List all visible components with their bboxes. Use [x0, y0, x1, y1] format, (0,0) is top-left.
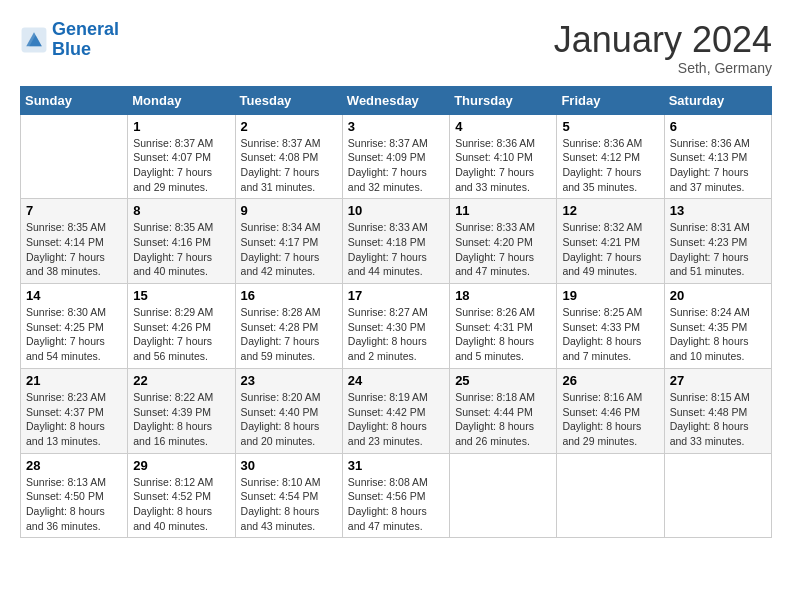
day-info: Sunrise: 8:20 AMSunset: 4:40 PMDaylight:… — [241, 390, 337, 449]
calendar-cell: 18Sunrise: 8:26 AMSunset: 4:31 PMDayligh… — [450, 284, 557, 369]
day-number: 19 — [562, 288, 658, 303]
header: General Blue January 2024 Seth, Germany — [20, 20, 772, 76]
calendar-cell — [21, 114, 128, 199]
calendar-cell: 28Sunrise: 8:13 AMSunset: 4:50 PMDayligh… — [21, 453, 128, 538]
title-block: January 2024 Seth, Germany — [554, 20, 772, 76]
week-row-0: 1Sunrise: 8:37 AMSunset: 4:07 PMDaylight… — [21, 114, 772, 199]
day-number: 5 — [562, 119, 658, 134]
day-info: Sunrise: 8:29 AMSunset: 4:26 PMDaylight:… — [133, 305, 229, 364]
calendar-cell: 13Sunrise: 8:31 AMSunset: 4:23 PMDayligh… — [664, 199, 771, 284]
calendar-cell: 11Sunrise: 8:33 AMSunset: 4:20 PMDayligh… — [450, 199, 557, 284]
day-info: Sunrise: 8:25 AMSunset: 4:33 PMDaylight:… — [562, 305, 658, 364]
day-number: 12 — [562, 203, 658, 218]
day-number: 10 — [348, 203, 444, 218]
calendar-cell: 3Sunrise: 8:37 AMSunset: 4:09 PMDaylight… — [342, 114, 449, 199]
day-number: 31 — [348, 458, 444, 473]
day-info: Sunrise: 8:31 AMSunset: 4:23 PMDaylight:… — [670, 220, 766, 279]
calendar-cell: 24Sunrise: 8:19 AMSunset: 4:42 PMDayligh… — [342, 368, 449, 453]
day-info: Sunrise: 8:13 AMSunset: 4:50 PMDaylight:… — [26, 475, 122, 534]
day-info: Sunrise: 8:37 AMSunset: 4:09 PMDaylight:… — [348, 136, 444, 195]
day-number: 16 — [241, 288, 337, 303]
calendar-table: SundayMondayTuesdayWednesdayThursdayFrid… — [20, 86, 772, 539]
day-number: 30 — [241, 458, 337, 473]
day-info: Sunrise: 8:16 AMSunset: 4:46 PMDaylight:… — [562, 390, 658, 449]
day-info: Sunrise: 8:15 AMSunset: 4:48 PMDaylight:… — [670, 390, 766, 449]
day-number: 1 — [133, 119, 229, 134]
day-info: Sunrise: 8:18 AMSunset: 4:44 PMDaylight:… — [455, 390, 551, 449]
day-info: Sunrise: 8:35 AMSunset: 4:14 PMDaylight:… — [26, 220, 122, 279]
day-number: 18 — [455, 288, 551, 303]
calendar-cell: 25Sunrise: 8:18 AMSunset: 4:44 PMDayligh… — [450, 368, 557, 453]
day-number: 24 — [348, 373, 444, 388]
day-number: 2 — [241, 119, 337, 134]
calendar-cell: 10Sunrise: 8:33 AMSunset: 4:18 PMDayligh… — [342, 199, 449, 284]
day-number: 20 — [670, 288, 766, 303]
calendar-cell: 14Sunrise: 8:30 AMSunset: 4:25 PMDayligh… — [21, 284, 128, 369]
calendar-cell: 31Sunrise: 8:08 AMSunset: 4:56 PMDayligh… — [342, 453, 449, 538]
logo-icon — [20, 26, 48, 54]
day-number: 15 — [133, 288, 229, 303]
day-number: 9 — [241, 203, 337, 218]
day-info: Sunrise: 8:36 AMSunset: 4:12 PMDaylight:… — [562, 136, 658, 195]
day-number: 29 — [133, 458, 229, 473]
calendar-cell: 21Sunrise: 8:23 AMSunset: 4:37 PMDayligh… — [21, 368, 128, 453]
calendar-cell: 23Sunrise: 8:20 AMSunset: 4:40 PMDayligh… — [235, 368, 342, 453]
day-header-friday: Friday — [557, 86, 664, 114]
day-info: Sunrise: 8:28 AMSunset: 4:28 PMDaylight:… — [241, 305, 337, 364]
day-info: Sunrise: 8:37 AMSunset: 4:08 PMDaylight:… — [241, 136, 337, 195]
calendar-cell: 7Sunrise: 8:35 AMSunset: 4:14 PMDaylight… — [21, 199, 128, 284]
day-info: Sunrise: 8:10 AMSunset: 4:54 PMDaylight:… — [241, 475, 337, 534]
day-header-thursday: Thursday — [450, 86, 557, 114]
day-number: 3 — [348, 119, 444, 134]
day-info: Sunrise: 8:23 AMSunset: 4:37 PMDaylight:… — [26, 390, 122, 449]
day-number: 17 — [348, 288, 444, 303]
day-info: Sunrise: 8:35 AMSunset: 4:16 PMDaylight:… — [133, 220, 229, 279]
calendar-cell: 29Sunrise: 8:12 AMSunset: 4:52 PMDayligh… — [128, 453, 235, 538]
day-info: Sunrise: 8:24 AMSunset: 4:35 PMDaylight:… — [670, 305, 766, 364]
logo: General Blue — [20, 20, 119, 60]
day-number: 13 — [670, 203, 766, 218]
calendar-cell: 22Sunrise: 8:22 AMSunset: 4:39 PMDayligh… — [128, 368, 235, 453]
day-number: 22 — [133, 373, 229, 388]
day-info: Sunrise: 8:27 AMSunset: 4:30 PMDaylight:… — [348, 305, 444, 364]
day-info: Sunrise: 8:37 AMSunset: 4:07 PMDaylight:… — [133, 136, 229, 195]
day-header-wednesday: Wednesday — [342, 86, 449, 114]
calendar-cell: 12Sunrise: 8:32 AMSunset: 4:21 PMDayligh… — [557, 199, 664, 284]
logo-line1: General — [52, 19, 119, 39]
day-header-tuesday: Tuesday — [235, 86, 342, 114]
day-number: 14 — [26, 288, 122, 303]
calendar-cell: 26Sunrise: 8:16 AMSunset: 4:46 PMDayligh… — [557, 368, 664, 453]
day-number: 23 — [241, 373, 337, 388]
calendar-cell: 16Sunrise: 8:28 AMSunset: 4:28 PMDayligh… — [235, 284, 342, 369]
day-info: Sunrise: 8:30 AMSunset: 4:25 PMDaylight:… — [26, 305, 122, 364]
calendar-cell: 20Sunrise: 8:24 AMSunset: 4:35 PMDayligh… — [664, 284, 771, 369]
calendar-cell — [450, 453, 557, 538]
day-info: Sunrise: 8:12 AMSunset: 4:52 PMDaylight:… — [133, 475, 229, 534]
logo-text: General Blue — [52, 20, 119, 60]
day-info: Sunrise: 8:26 AMSunset: 4:31 PMDaylight:… — [455, 305, 551, 364]
day-info: Sunrise: 8:34 AMSunset: 4:17 PMDaylight:… — [241, 220, 337, 279]
day-info: Sunrise: 8:22 AMSunset: 4:39 PMDaylight:… — [133, 390, 229, 449]
week-row-3: 21Sunrise: 8:23 AMSunset: 4:37 PMDayligh… — [21, 368, 772, 453]
day-info: Sunrise: 8:19 AMSunset: 4:42 PMDaylight:… — [348, 390, 444, 449]
day-header-sunday: Sunday — [21, 86, 128, 114]
calendar-cell: 27Sunrise: 8:15 AMSunset: 4:48 PMDayligh… — [664, 368, 771, 453]
day-number: 11 — [455, 203, 551, 218]
calendar-cell: 1Sunrise: 8:37 AMSunset: 4:07 PMDaylight… — [128, 114, 235, 199]
day-info: Sunrise: 8:33 AMSunset: 4:20 PMDaylight:… — [455, 220, 551, 279]
day-header-monday: Monday — [128, 86, 235, 114]
day-number: 21 — [26, 373, 122, 388]
day-number: 28 — [26, 458, 122, 473]
header-row: SundayMondayTuesdayWednesdayThursdayFrid… — [21, 86, 772, 114]
calendar-cell: 19Sunrise: 8:25 AMSunset: 4:33 PMDayligh… — [557, 284, 664, 369]
day-info: Sunrise: 8:36 AMSunset: 4:13 PMDaylight:… — [670, 136, 766, 195]
calendar-cell: 4Sunrise: 8:36 AMSunset: 4:10 PMDaylight… — [450, 114, 557, 199]
week-row-2: 14Sunrise: 8:30 AMSunset: 4:25 PMDayligh… — [21, 284, 772, 369]
calendar-cell: 5Sunrise: 8:36 AMSunset: 4:12 PMDaylight… — [557, 114, 664, 199]
week-row-1: 7Sunrise: 8:35 AMSunset: 4:14 PMDaylight… — [21, 199, 772, 284]
month-title: January 2024 — [554, 20, 772, 60]
day-number: 26 — [562, 373, 658, 388]
page: General Blue January 2024 Seth, Germany … — [0, 0, 792, 612]
day-info: Sunrise: 8:36 AMSunset: 4:10 PMDaylight:… — [455, 136, 551, 195]
day-info: Sunrise: 8:32 AMSunset: 4:21 PMDaylight:… — [562, 220, 658, 279]
